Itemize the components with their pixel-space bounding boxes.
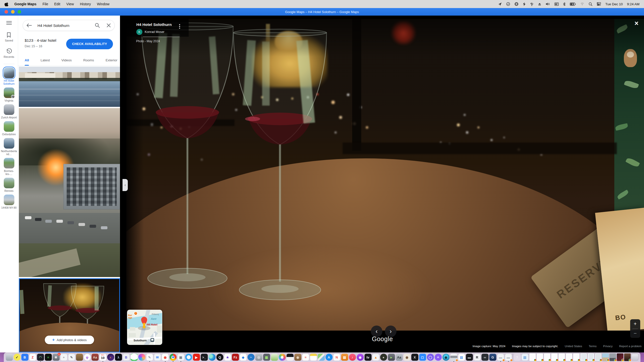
footer-link-united-states[interactable]: United States: [565, 345, 582, 348]
dock-app-store[interactable]: A: [326, 354, 333, 361]
menubar-clock[interactable]: 9:24 AM: [627, 2, 639, 6]
apple-menu-icon[interactable]: [5, 2, 8, 6]
dock-audio-meters[interactable]: ≡: [45, 354, 52, 361]
dock-notes[interactable]: ✎: [146, 354, 153, 361]
zoom-out-button[interactable]: −: [630, 329, 640, 338]
sidebar-place-northumberland-[interactable]: Northumberland…: [0, 138, 18, 156]
photo-thumbnail-river[interactable]: [19, 67, 120, 107]
dock-chrome-window[interactable]: [566, 353, 572, 361]
tab-latest[interactable]: Latest: [41, 56, 50, 66]
dock-piano[interactable]: [287, 354, 294, 361]
sidebar-place-bormes-les-[interactable]: Bormes-les-…: [0, 158, 18, 175]
dock-mail[interactable]: ✉: [154, 354, 161, 361]
footer-link-privacy[interactable]: Privacy: [603, 345, 613, 348]
dock-chrome-window[interactable]: [529, 353, 536, 361]
dock-preview[interactable]: ▣: [177, 354, 184, 361]
dock-chrome[interactable]: [170, 354, 177, 361]
clear-search-icon[interactable]: [106, 23, 111, 28]
menubar-date[interactable]: Tue Dec 10: [605, 2, 623, 6]
dock-calendar[interactable]: DEC10: [99, 354, 106, 361]
shortcuts-status-icon[interactable]: [523, 2, 526, 6]
search-icon[interactable]: [95, 23, 100, 28]
dock-photo-booth[interactable]: ◉: [442, 354, 450, 361]
dock-edge[interactable]: [209, 354, 216, 361]
dock-xquartz[interactable]: X: [411, 354, 418, 361]
dock-notes-yellow[interactable]: [310, 354, 317, 361]
dock-chrome-window[interactable]: [558, 353, 565, 361]
dock-star-app[interactable]: ★: [224, 354, 231, 361]
dock-frog-app[interactable]: [271, 354, 278, 361]
sidebar-place-h4-hotel-solothurn[interactable]: H4 Hotel Solothurn: [0, 68, 18, 85]
input-status-icon[interactable]: [554, 3, 559, 6]
dock-speedtest[interactable]: ◠: [37, 354, 44, 361]
tab-exterior[interactable]: Exterior: [106, 56, 117, 66]
dock-print-center[interactable]: ▤: [458, 354, 465, 361]
dock-bluetooth-app[interactable]: B: [21, 354, 28, 361]
dock-books[interactable]: ▤: [341, 354, 348, 361]
search-status-icon[interactable]: [589, 2, 592, 6]
tab-rooms[interactable]: Rooms: [83, 56, 94, 66]
dock-transmit[interactable]: ◆: [240, 354, 247, 361]
sidebar-place-virginia[interactable]: 2Virginia: [0, 87, 18, 102]
dock-printer[interactable]: [450, 354, 457, 361]
battery-status-icon[interactable]: [570, 3, 576, 6]
dock-kindle[interactable]: λ: [115, 354, 122, 361]
usb-status-icon[interactable]: [530, 2, 534, 6]
dock-quicktime[interactable]: Q: [216, 354, 223, 361]
dock-terminal[interactable]: >_: [201, 354, 208, 361]
bluetooth-status-icon[interactable]: [563, 2, 566, 6]
dock-transit-app[interactable]: [318, 354, 325, 361]
sidebar-place-rennes[interactable]: Rennes: [0, 178, 18, 192]
dock-vlc[interactable]: ▲: [372, 354, 379, 361]
dock-photo-window-beach[interactable]: [602, 353, 609, 361]
sidebar-place-oxfordshire[interactable]: Oxfordshire: [0, 121, 18, 136]
control-center-status-icon[interactable]: [597, 2, 601, 6]
back-arrow-icon[interactable]: [26, 23, 32, 27]
author-avatar[interactable]: K: [136, 29, 142, 35]
dock-photo-window-bar[interactable]: [624, 353, 631, 361]
dock-loom[interactable]: ◯: [427, 354, 434, 361]
dock-chrome-window[interactable]: [544, 353, 550, 361]
close-window-button[interactable]: [5, 10, 8, 14]
sidebar-item-saved[interactable]: Saved: [5, 32, 13, 42]
dock-firefox[interactable]: ◖: [107, 354, 114, 361]
dock-photos[interactable]: [279, 354, 286, 361]
dock-ac-unit-2[interactable]: ▬: [505, 354, 512, 361]
dock-usb-utility[interactable]: ψ: [84, 354, 91, 361]
dock-scanner[interactable]: ▬: [466, 354, 473, 361]
check-availability-button[interactable]: CHECK AVAILABILITY: [66, 39, 113, 49]
hamburger-menu-icon[interactable]: [6, 20, 12, 26]
minimap[interactable]: Barnge Ritterq Aare H4 Hotel Solothurn: [127, 310, 162, 345]
airdrop-status-icon[interactable]: [580, 2, 584, 6]
clock-status-icon[interactable]: [506, 2, 510, 6]
dock-photo-window-screen[interactable]: [617, 353, 623, 361]
dock-photo-window-people[interactable]: [610, 353, 616, 361]
dock-pictures-folder[interactable]: ▤: [521, 354, 529, 361]
dock-trash[interactable]: [631, 354, 638, 361]
dock-missing-app[interactable]: ?: [514, 354, 521, 361]
dock-home-g[interactable]: G: [489, 354, 496, 361]
dock-gimp[interactable]: ◉: [404, 354, 411, 361]
more-options-icon[interactable]: [179, 23, 180, 29]
dock-drafting[interactable]: ✎: [68, 354, 75, 361]
footer-link-report-a-problem[interactable]: Report a problem: [619, 345, 641, 348]
close-photo-icon[interactable]: ×: [634, 20, 638, 27]
dock-doc-window[interactable]: [580, 353, 587, 361]
dock-music[interactable]: ♪: [349, 354, 356, 361]
dock-contacts[interactable]: ◉: [294, 354, 301, 361]
dock-system-settings[interactable]: ✱1: [53, 354, 60, 361]
location-status-icon[interactable]: [498, 2, 502, 6]
dock-news[interactable]: N: [333, 354, 340, 361]
dock-zoom-app[interactable]: ◻: [419, 354, 426, 361]
dock-podcasts[interactable]: ◉: [357, 354, 364, 361]
dock-google-maps-app[interactable]: ◉: [162, 354, 169, 361]
record-status-icon[interactable]: [514, 2, 518, 6]
dock-diagnostics[interactable]: +: [60, 354, 67, 361]
volume-status-icon[interactable]: [546, 2, 550, 6]
eject-status-icon[interactable]: [538, 3, 541, 6]
photo-thumbnail-building[interactable]: [19, 108, 120, 277]
dock-chrome-window[interactable]: [573, 353, 580, 361]
sidebar-item-recents[interactable]: Recents: [4, 49, 14, 58]
sidebar-place-zurich-airport[interactable]: Zurich Airport: [0, 104, 18, 119]
window-titlebar[interactable]: Google Maps – H4 Hotel Solothurn – Googl…: [0, 8, 644, 16]
